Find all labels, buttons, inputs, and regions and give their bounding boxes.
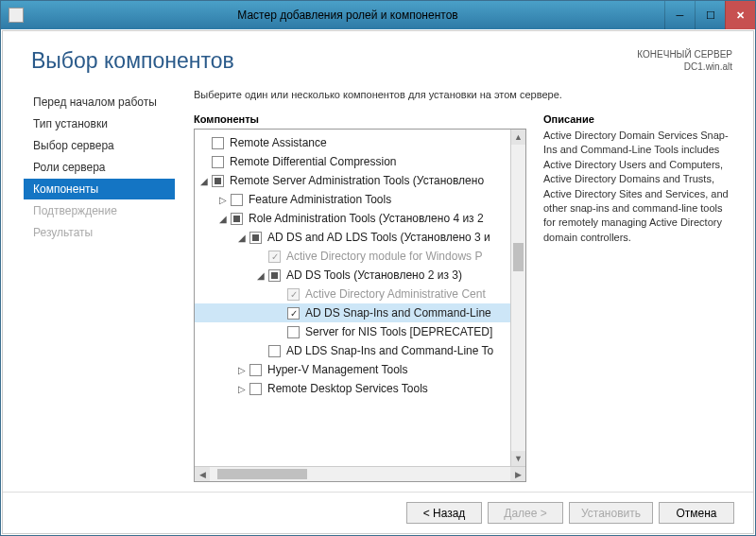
tree-row[interactable]: ▷Remote Assistance [195, 133, 510, 152]
checkbox[interactable] [212, 156, 224, 168]
tree-row[interactable]: ▷AD LDS Snap-Ins and Command-Line To [195, 341, 510, 360]
tree-item-label: Remote Assistance [230, 136, 327, 149]
checkbox[interactable] [268, 269, 281, 282]
instruction-text: Выберите один или несколько компонентов … [194, 89, 732, 100]
tree-item-label: Remote Differential Compression [230, 155, 397, 168]
wizard-nav: Перед началом работыТип установкиВыбор с… [24, 83, 175, 482]
checkbox[interactable] [212, 175, 224, 187]
description-panel: Описание Active Directory Domain Service… [543, 113, 732, 482]
nav-item[interactable]: Перед началом работы [24, 92, 175, 112]
horizontal-scrollbar[interactable]: ◀ ▶ [195, 466, 525, 481]
tree-scroll-area: ▷Remote Assistance▷Remote Differential C… [195, 130, 525, 466]
nav-item: Подтверждение [24, 200, 175, 221]
tree-row[interactable]: ◢AD DS Tools (Установлено 2 из 3) [195, 266, 510, 285]
description-text: Active Directory Domain Services Snap-In… [543, 129, 732, 245]
tree-row[interactable]: ▷Remote Differential Compression [195, 152, 510, 171]
titlebar-buttons: ─ ☐ ✕ [664, 1, 755, 29]
checkbox[interactable] [268, 345, 281, 357]
expand-icon[interactable]: ▷ [217, 195, 229, 205]
tree-row[interactable]: ▷Remote Desktop Services Tools [195, 379, 510, 398]
scroll-up-arrow[interactable]: ▲ [511, 130, 525, 145]
tree-item-label: AD DS Snap-Ins and Command-Line [305, 306, 491, 320]
page-title: Выбор компонентов [31, 48, 234, 74]
collapse-icon[interactable]: ◢ [198, 176, 210, 186]
feature-tree[interactable]: ▷Remote Assistance▷Remote Differential C… [195, 130, 510, 466]
header: Выбор компонентов КОНЕЧНЫЙ СЕРВЕР DC1.wi… [3, 31, 753, 83]
app-icon [9, 8, 24, 23]
checkbox[interactable] [231, 194, 243, 206]
titlebar: Мастер добавления ролей и компонентов ─ … [1, 1, 755, 29]
server-label: КОНЕЧНЫЙ СЕРВЕР [637, 48, 732, 61]
tree-item-label: Remote Desktop Services Tools [267, 382, 428, 395]
hscroll-track[interactable] [210, 467, 510, 481]
close-button[interactable]: ✕ [725, 1, 755, 29]
tree-row[interactable]: ◢Role Administration Tools (Установлено … [195, 209, 510, 228]
scroll-right-arrow[interactable]: ▶ [510, 467, 525, 481]
components-title: Компоненты [194, 113, 526, 125]
checkbox[interactable] [249, 232, 262, 244]
scroll-down-arrow[interactable]: ▼ [511, 451, 525, 466]
tree-row[interactable]: ◢AD DS and AD LDS Tools (Установлено 3 и [195, 228, 510, 247]
server-info: КОНЕЧНЫЙ СЕРВЕР DC1.win.alt [637, 48, 732, 73]
components-panel: Компоненты ▷Remote Assistance▷Remote Dif… [194, 113, 526, 482]
tree-item-label: AD DS Tools (Установлено 2 из 3) [286, 268, 462, 282]
nav-item[interactable]: Выбор сервера [24, 135, 175, 156]
tree-item-label: Hyper-V Management Tools [267, 363, 408, 376]
wizard-window: Мастер добавления ролей и компонентов ─ … [0, 0, 756, 536]
checkbox[interactable] [287, 326, 300, 338]
next-button[interactable]: Далее > [488, 502, 563, 524]
tree-item-label: Server for NIS Tools [DEPRECATED] [305, 325, 492, 338]
collapse-icon[interactable]: ◢ [255, 270, 266, 281]
vscroll-thumb[interactable] [513, 243, 524, 271]
main-panel: Выберите один или несколько компонентов … [175, 83, 732, 482]
footer: < Назад Далее > Установить Отмена [3, 492, 753, 533]
tree-item-label: Role Administration Tools (Установлено 4… [249, 212, 484, 225]
nav-item[interactable]: Роли сервера [24, 157, 175, 178]
nav-item: Результаты [24, 222, 175, 243]
tree-row[interactable]: ▷Active Directory module for Windows P [195, 247, 510, 266]
tree-item-label: Feature Administration Tools [249, 193, 391, 206]
tree-container: ▷Remote Assistance▷Remote Differential C… [194, 129, 526, 482]
install-button[interactable]: Установить [569, 502, 653, 524]
body: Перед началом работыТип установкиВыбор с… [3, 83, 753, 492]
tree-row[interactable]: ▷Hyper-V Management Tools [195, 360, 510, 379]
checkbox[interactable] [212, 137, 224, 149]
maximize-button[interactable]: ☐ [695, 1, 725, 29]
collapse-icon[interactable]: ◢ [217, 214, 229, 224]
nav-item[interactable]: Компоненты [24, 179, 175, 199]
back-button[interactable]: < Назад [406, 502, 482, 524]
tree-item-label: Active Directory module for Windows P [286, 250, 482, 263]
expand-icon[interactable]: ▷ [236, 384, 248, 394]
tree-row[interactable]: ▷AD DS Snap-Ins and Command-Line [195, 303, 510, 322]
checkbox[interactable] [249, 383, 262, 395]
checkbox [287, 288, 300, 301]
tree-item-label: AD LDS Snap-Ins and Command-Line To [286, 344, 493, 357]
window-title: Мастер добавления ролей и компонентов [31, 9, 664, 22]
panels: Компоненты ▷Remote Assistance▷Remote Dif… [194, 113, 732, 482]
tree-row[interactable]: ◢Remote Server Administration Tools (Уст… [195, 171, 510, 190]
server-name: DC1.win.alt [637, 61, 732, 73]
scroll-left-arrow[interactable]: ◀ [195, 467, 210, 481]
collapse-icon[interactable]: ◢ [236, 233, 248, 243]
tree-row[interactable]: ▷Feature Administration Tools [195, 190, 510, 209]
tree-item-label: Remote Server Administration Tools (Уста… [230, 174, 484, 187]
tree-item-label: Active Directory Administrative Cent [305, 287, 486, 301]
hscroll-thumb[interactable] [217, 469, 307, 479]
expand-icon[interactable]: ▷ [236, 365, 248, 375]
checkbox [268, 251, 281, 263]
tree-item-label: AD DS and AD LDS Tools (Установлено 3 и [267, 231, 490, 244]
content: Выбор компонентов КОНЕЧНЫЙ СЕРВЕР DC1.wi… [2, 30, 754, 534]
cancel-button[interactable]: Отмена [659, 502, 734, 524]
tree-row[interactable]: ▷Active Directory Administrative Cent [195, 285, 510, 303]
checkbox[interactable] [249, 364, 262, 376]
minimize-button[interactable]: ─ [664, 1, 695, 29]
tree-row[interactable]: ▷Server for NIS Tools [DEPRECATED] [195, 322, 510, 341]
vertical-scrollbar[interactable]: ▲ ▼ [510, 130, 525, 466]
checkbox[interactable] [287, 307, 300, 320]
description-title: Описание [543, 113, 732, 125]
checkbox[interactable] [231, 213, 243, 225]
nav-item[interactable]: Тип установки [24, 113, 175, 134]
